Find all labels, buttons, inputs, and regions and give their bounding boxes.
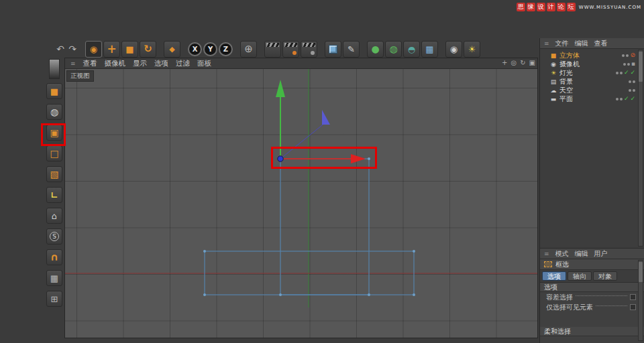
visibility-dot[interactable] [629, 80, 631, 83]
menu-edit[interactable]: 编辑 [575, 249, 588, 259]
object-row-camera[interactable]: ◉ 摄像机 ▪ [540, 60, 644, 68]
camera-pan-icon[interactable]: + [502, 59, 507, 66]
object-name[interactable]: 平面 [559, 94, 573, 104]
visibility-dot[interactable] [616, 72, 619, 74]
tolerant-selection-checkbox[interactable] [630, 294, 636, 300]
scrollbar-thumb[interactable] [639, 52, 643, 82]
move-tool-button[interactable]: + [103, 41, 120, 58]
dotted-leader [576, 295, 627, 296]
enabled-check-icon[interactable]: ✓ [624, 96, 629, 102]
object-name[interactable]: 背景 [559, 77, 573, 86]
add-light-button[interactable]: ☀ [464, 41, 480, 58]
object-row-sky[interactable]: ☁ 天空 [540, 86, 644, 94]
visibility-dot[interactable] [623, 63, 626, 66]
render-picture-viewer-button[interactable] [282, 41, 299, 58]
magnet-button[interactable]: ∩ [46, 249, 62, 265]
only-visible-checkbox[interactable] [630, 304, 636, 310]
model-mode-button[interactable]: ◍ [46, 104, 62, 120]
object-row-light[interactable]: ☀ 灯光 ✓ ✓ [540, 68, 644, 77]
render-settings-button[interactable] [301, 41, 317, 58]
redo-button[interactable]: ↷ [67, 41, 78, 58]
object-name[interactable]: 立方体 [559, 51, 580, 60]
cube-wireframe[interactable] [280, 159, 369, 295]
environment-button[interactable]: ▦ [421, 41, 438, 58]
object-name[interactable]: 灯光 [559, 68, 573, 78]
menu-mode[interactable]: 模式 [555, 249, 569, 259]
viewport-maximize-icon[interactable]: ▣ [529, 59, 535, 66]
live-selection-button[interactable]: ◉ [85, 41, 102, 58]
lock-y-axis-button[interactable]: Y [203, 42, 217, 56]
coordinates-button[interactable]: ⊞ [46, 291, 62, 307]
tab-object[interactable]: 对象 [593, 271, 617, 281]
add-primitive-cube-button[interactable] [325, 41, 341, 58]
visibility-dot[interactable] [616, 98, 619, 100]
drag-handle-icon[interactable]: ≡ [544, 251, 549, 257]
boole-button[interactable]: ◓ [403, 41, 420, 58]
gizmo-y-arrowhead[interactable] [276, 80, 285, 97]
viewport-canvas[interactable]: 正视图 [65, 69, 537, 338]
visibility-dot[interactable] [622, 54, 625, 57]
menu-view[interactable]: 查看 [83, 59, 97, 68]
lock-x-axis-button[interactable]: X [188, 42, 202, 56]
coord-system-button[interactable]: ⊕ [240, 41, 257, 58]
enabled-check-icon[interactable]: ✓ [630, 96, 635, 102]
snap-button[interactable]: S [46, 228, 62, 245]
menu-filter[interactable]: 过滤 [176, 59, 190, 68]
enable-axis-button[interactable]: ∟ [46, 187, 62, 203]
menu-display[interactable]: 显示 [133, 59, 147, 68]
menu-user[interactable]: 用户 [594, 249, 608, 259]
tag-icon[interactable]: ⊘ [630, 52, 635, 58]
visibility-dot[interactable] [633, 80, 635, 83]
menu-options[interactable]: 选项 [154, 59, 168, 68]
visibility-dot[interactable] [620, 98, 623, 100]
workplane-button[interactable]: ⌂ [46, 208, 62, 224]
attribute-scrollbar[interactable] [638, 260, 643, 341]
visibility-dot[interactable] [626, 54, 629, 57]
add-camera-button[interactable]: ◉ [445, 41, 462, 58]
visibility-dot[interactable] [627, 63, 630, 66]
visibility-dot[interactable] [633, 89, 635, 92]
gizmo-z-arrowhead[interactable] [322, 110, 330, 125]
menu-cameras[interactable]: 摄像机 [105, 59, 126, 68]
camera-rotate-icon[interactable]: ↻ [520, 59, 525, 66]
render-view-button[interactable] [264, 41, 281, 58]
texture-mode-button[interactable]: ▦ [46, 270, 62, 286]
rotate-tool-button[interactable]: ↻ [140, 41, 156, 58]
scale-tool-button[interactable]: ■ [121, 41, 138, 58]
menu-file[interactable]: 文件 [555, 39, 569, 48]
cube-icon [329, 45, 337, 54]
visibility-dot[interactable] [620, 72, 623, 74]
soft-selection-section-header[interactable]: 柔和选择 [540, 327, 644, 336]
menu-panel[interactable]: 面板 [197, 59, 211, 68]
spline-pen-button[interactable]: ✎ [343, 41, 360, 58]
drag-handle-icon[interactable]: ≡ [544, 40, 549, 47]
view-label[interactable]: 正视图 [66, 70, 94, 82]
enabled-check-icon[interactable]: ✓ [624, 70, 629, 76]
object-row-background[interactable]: ▤ 背景 [540, 77, 644, 86]
x-axis-icon: X [193, 46, 198, 53]
options-section-header[interactable]: 选项 [540, 283, 644, 292]
visibility-dot[interactable] [629, 89, 631, 92]
object-name[interactable]: 摄像机 [559, 60, 580, 69]
tab-options[interactable]: 选项 [542, 271, 566, 281]
menu-view[interactable]: 查看 [594, 39, 608, 48]
drag-handle-icon[interactable]: ≡ [70, 60, 76, 67]
menu-edit[interactable]: 编辑 [575, 39, 588, 48]
object-name[interactable]: 天空 [559, 86, 573, 95]
object-row-cube[interactable]: ■ 立方体 ⊘ [540, 51, 644, 60]
make-editable-button[interactable]: ■ [46, 83, 62, 99]
tab-axis[interactable]: 轴向 [568, 271, 592, 281]
camera-zoom-icon[interactable]: ◎ [511, 59, 517, 66]
object-row-plane[interactable]: ▬ 平面 ✓ ✓ [540, 94, 644, 103]
lock-z-axis-button[interactable]: Z [219, 42, 233, 56]
last-tool-button[interactable]: ◆ [164, 41, 180, 58]
enabled-check-icon[interactable]: ✓ [630, 70, 635, 76]
camera-toggle-icon[interactable]: ▪ [631, 61, 635, 67]
object-manager-scrollbar[interactable] [638, 50, 643, 247]
generators-button[interactable]: ● [367, 41, 384, 58]
scrollbar-thumb[interactable] [639, 262, 643, 282]
undo-button[interactable]: ↶ [55, 41, 66, 58]
edges-mode-button[interactable]: □ [46, 145, 62, 161]
deformers-button[interactable]: ◍ [385, 41, 402, 58]
polygons-mode-button[interactable]: ▧ [46, 166, 62, 182]
